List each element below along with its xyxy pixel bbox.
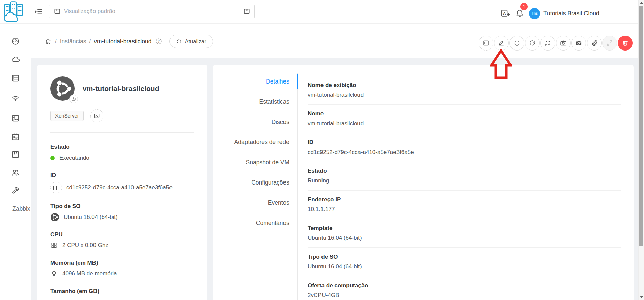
camera-icon <box>560 39 567 47</box>
reload-icon <box>176 39 182 44</box>
sidebar-item-storage[interactable] <box>11 74 20 83</box>
sidebar-item-dashboard[interactable] <box>11 37 20 46</box>
vm-field-os: Tipo de SO Ubuntu 16.04 (64-bit) <box>50 203 194 222</box>
storage-box-icon <box>50 298 58 300</box>
detail-tabs: Detalhes Estatísticas Discos Adaptadores… <box>213 65 297 300</box>
svg-text:A: A <box>503 11 506 15</box>
breadcrumb-instances[interactable]: Instâncias <box>60 38 86 45</box>
vm-avatar[interactable] <box>50 76 75 101</box>
destroy-button[interactable] <box>618 36 633 51</box>
project-view-icon <box>54 8 61 15</box>
tab-adaptadores-de-rede[interactable]: Adaptadores de rede <box>219 132 289 152</box>
breadcrumb-separator: / <box>89 38 91 45</box>
power-button[interactable] <box>509 36 524 51</box>
edit-button[interactable] <box>494 36 509 51</box>
scrollbar-down-arrow[interactable] <box>640 296 643 298</box>
notification-badge: 1 <box>520 3 528 10</box>
sidebar-item-images[interactable] <box>11 114 20 123</box>
sidebar-toggle-icon[interactable] <box>34 7 43 16</box>
console-icon <box>94 113 100 119</box>
sidebar-item-accounts[interactable] <box>11 168 20 177</box>
power-icon <box>513 39 521 47</box>
search-input[interactable] <box>61 8 243 15</box>
vm-field-id: ID cd1c9252-d79c-4cca-a410-a5e7ae3f6a5e <box>50 172 194 193</box>
cpu-grid-icon <box>50 242 58 249</box>
sidebar-item-network[interactable] <box>11 94 20 103</box>
tab-comentarios[interactable]: Comentários <box>219 213 289 233</box>
status-dot-running <box>50 156 55 160</box>
detail-ip: Endereço IP 10.1.1.177 <box>308 196 621 219</box>
trash-icon <box>621 39 629 47</box>
reboot-button[interactable] <box>525 36 540 51</box>
edit-icon <box>498 39 505 47</box>
sidebar-item-tools[interactable] <box>11 186 20 195</box>
vm-summary-card: vm-tutorial-brasilcloud XenServer Estado… <box>37 65 207 300</box>
divider <box>50 132 194 133</box>
breadcrumb-separator: / <box>55 38 57 45</box>
translate-icon[interactable]: A <box>501 8 511 19</box>
cloudstack-app: A 1 TB Tutoriais Brasil Cloud <box>0 0 644 300</box>
sidebar-item-zabbix[interactable]: Zabbix - <box>12 205 31 212</box>
top-header: A 1 TB Tutoriais Brasil Cloud <box>0 0 638 24</box>
user-name[interactable]: Tutoriais Brasil Cloud <box>543 10 599 17</box>
uuid-barcode-icon <box>50 182 62 193</box>
left-sidebar: Zabbix - <box>0 24 31 300</box>
page-scrollbar[interactable] <box>638 0 644 300</box>
user-avatar[interactable]: TB <box>529 8 540 19</box>
breadcrumb-action-bar: / Instâncias / vm-tutorial-brasilcloud ?… <box>31 24 638 58</box>
sidebar-item-projects[interactable] <box>11 150 20 159</box>
home-icon[interactable] <box>45 38 52 45</box>
scale-button[interactable] <box>602 36 617 51</box>
vm-head: vm-tutorial-brasilcloud <box>50 65 194 101</box>
vm-field-memory: Memória (em MB) 4096 MB de memória <box>50 259 194 278</box>
bulb-icon <box>50 270 58 277</box>
hypervisor-tag: XenServer <box>50 111 84 121</box>
view-filter-icon[interactable] <box>243 8 250 15</box>
detail-fields: Nome de exibição vm-tutorial-brasilcloud… <box>308 81 621 300</box>
detail-os-type: Tipo de SO Ubuntu 16.04 (64-bit) <box>308 253 621 276</box>
scrollbar-up-arrow[interactable] <box>640 2 643 4</box>
console-button[interactable] <box>479 36 493 51</box>
detail-display-name: Nome de exibição vm-tutorial-brasilcloud <box>308 81 621 105</box>
help-icon[interactable]: ? <box>155 38 162 45</box>
paperclip-icon <box>591 39 598 47</box>
camera-icon <box>71 97 76 101</box>
annotation-arrow <box>490 49 512 79</box>
attach-iso-button[interactable] <box>587 36 602 51</box>
open-console-button[interactable] <box>90 109 103 122</box>
detail-state: Estado Running <box>308 167 621 191</box>
vm-actions-toolbar <box>479 36 633 51</box>
tab-configuracoes[interactable]: Configurações <box>219 172 289 193</box>
camera-filled-icon <box>575 39 582 47</box>
tab-snapshot-de-vm[interactable]: Snapshot de VM <box>219 152 289 172</box>
detail-name: Nome vm-tutorial-brasilcloud <box>308 110 621 133</box>
scale-arrows-icon <box>606 39 613 47</box>
vm-field-size: Tamanho (em GB) 30.00 GB Storage <box>50 288 194 300</box>
tab-detalhes[interactable]: Detalhes <box>219 71 289 92</box>
refresh-button[interactable]: Atualizar <box>169 35 213 48</box>
breadcrumb: / Instâncias / vm-tutorial-brasilcloud ?… <box>45 35 213 48</box>
vm-title: vm-tutorial-brasilcloud <box>83 85 159 93</box>
tab-discos[interactable]: Discos <box>219 112 289 132</box>
avatar-camera-badge[interactable] <box>69 95 78 103</box>
sidebar-item-compute[interactable] <box>11 55 20 64</box>
sync-icon <box>544 39 552 47</box>
tabs-divider <box>297 73 298 300</box>
active-tab-indicator <box>297 74 298 89</box>
sync-button[interactable] <box>540 36 555 51</box>
sidebar-item-events[interactable] <box>11 132 20 141</box>
scrollbar-thumb[interactable] <box>639 6 643 246</box>
detail-id: ID cd1c9252-d79c-4cca-a410-a5e7ae3f6a5e <box>308 139 621 162</box>
detail-template: Template Ubuntu 16.04 (64-bit) <box>308 225 621 248</box>
vm-field-estado: Estado Executando <box>50 143 194 162</box>
recurring-snapshot-button[interactable] <box>571 36 586 51</box>
brand-logo-icon[interactable] <box>3 1 24 22</box>
breadcrumb-current: vm-tutorial-brasilcloud <box>94 38 151 45</box>
snapshot-button[interactable] <box>556 36 571 51</box>
tab-estatisticas[interactable]: Estatísticas <box>219 92 289 112</box>
tab-eventos[interactable]: Eventos <box>219 193 289 213</box>
console-icon <box>482 39 490 47</box>
project-view-search <box>49 5 255 18</box>
ubuntu-os-icon <box>50 213 59 222</box>
svg-text:?: ? <box>158 39 160 43</box>
